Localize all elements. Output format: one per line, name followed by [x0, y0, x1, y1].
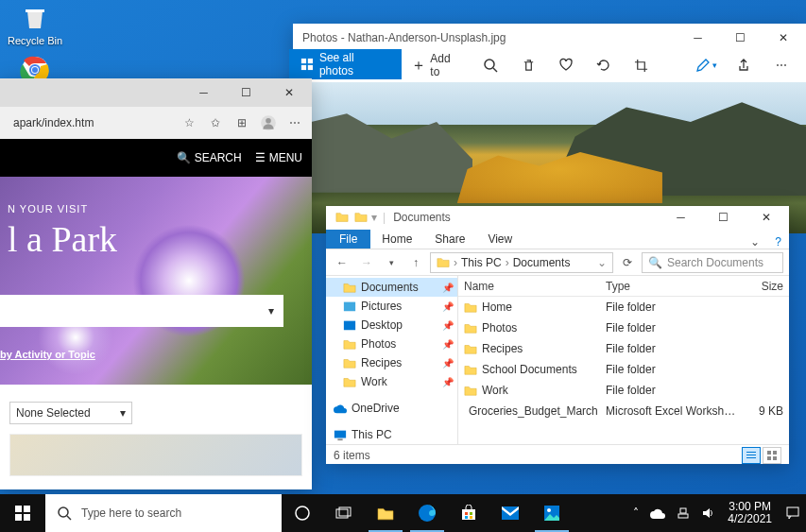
- rotate-button[interactable]: [585, 50, 623, 80]
- refresh-button[interactable]: ⟳: [617, 252, 638, 273]
- col-type[interactable]: Type: [600, 280, 742, 293]
- edge-taskbar-icon[interactable]: [406, 494, 448, 532]
- by-activity-link[interactable]: by Activity or Topic: [0, 349, 95, 360]
- maximize-button[interactable]: ☐: [719, 24, 762, 52]
- tree-item[interactable]: Photos📌: [326, 335, 457, 353]
- svg-line-32: [67, 516, 71, 520]
- grid-icon: [300, 58, 314, 71]
- file-tab[interactable]: File: [326, 230, 370, 249]
- tree-item[interactable]: Desktop📌: [326, 316, 457, 335]
- search-input[interactable]: 🔍 Search Documents: [642, 252, 783, 273]
- favorite-button[interactable]: [547, 50, 585, 80]
- details-view-button[interactable]: [742, 447, 761, 464]
- tray-onedrive-icon[interactable]: [644, 494, 671, 532]
- table-row[interactable]: WorkFile folder: [458, 380, 789, 401]
- col-size[interactable]: Size: [742, 280, 789, 293]
- table-row[interactable]: PhotosFile folder: [458, 317, 789, 338]
- taskbar-clock[interactable]: 3:00 PM 4/2/2021: [720, 501, 780, 525]
- crop-button[interactable]: [622, 50, 660, 80]
- back-button[interactable]: ←: [332, 252, 352, 273]
- action-center-icon[interactable]: [780, 494, 806, 532]
- more-icon[interactable]: ⋯: [285, 113, 304, 132]
- minimize-button[interactable]: ─: [660, 203, 702, 232]
- cortana-button[interactable]: [282, 494, 323, 532]
- minimize-button[interactable]: ─: [182, 78, 225, 107]
- tree-item[interactable]: Documents📌: [326, 278, 457, 297]
- tree-thispc[interactable]: This PC: [326, 425, 457, 444]
- svg-rect-37: [462, 509, 475, 520]
- hero-eyebrow: N YOUR VISIT: [8, 203, 117, 215]
- start-button[interactable]: [0, 494, 45, 532]
- favorites-icon[interactable]: ✩: [206, 113, 225, 132]
- mail-taskbar-icon[interactable]: [489, 494, 531, 532]
- view-tab[interactable]: View: [476, 230, 523, 249]
- chevron-down-icon: ▾: [268, 304, 274, 317]
- ribbon-expand-icon[interactable]: ⌄: [743, 235, 767, 249]
- address-bar[interactable]: apark/index.htm: [8, 116, 172, 129]
- close-button[interactable]: ✕: [745, 203, 787, 232]
- svg-rect-29: [15, 514, 22, 521]
- share-tab[interactable]: Share: [423, 230, 476, 249]
- forward-button[interactable]: →: [356, 252, 377, 273]
- photos-titlebar[interactable]: Photos - Nathan-Anderson-Unsplash.jpg ─ …: [293, 24, 806, 52]
- svg-rect-24: [773, 451, 777, 455]
- tree-item[interactable]: Recipes📌: [326, 353, 457, 372]
- collections-icon[interactable]: ⊞: [232, 113, 251, 132]
- maximize-button[interactable]: ☐: [225, 78, 267, 107]
- svg-rect-40: [465, 516, 468, 519]
- thumbnails-view-button[interactable]: [763, 447, 781, 464]
- tray-network-icon[interactable]: [671, 494, 695, 532]
- dropdown[interactable]: ▾: [0, 295, 283, 327]
- table-row[interactable]: HomeFile folder: [458, 297, 789, 317]
- browser-titlebar[interactable]: ─ ☐ ✕: [0, 78, 312, 107]
- recycle-bin[interactable]: Recycle Bin: [2, 2, 68, 47]
- close-button[interactable]: ✕: [267, 78, 310, 107]
- edit-button[interactable]: ▾: [688, 50, 726, 80]
- minimize-button[interactable]: ─: [677, 24, 719, 52]
- tree-item[interactable]: Pictures📌: [326, 297, 457, 316]
- table-row[interactable]: XGroceries_Budget_MarchMicrosoft Excel W…: [458, 401, 789, 421]
- map-preview[interactable]: [9, 434, 302, 476]
- favorite-star-icon[interactable]: ☆: [180, 113, 198, 132]
- page-menu-button[interactable]: ☰MENU: [255, 151, 302, 164]
- tray-expand-icon[interactable]: ˄: [627, 494, 644, 532]
- folder-icon: [335, 211, 349, 224]
- folder-icon: [437, 256, 450, 269]
- svg-point-12: [266, 118, 271, 124]
- svg-rect-35: [339, 507, 351, 516]
- photos-title: Photos - Nathan-Anderson-Unsplash.jpg: [302, 31, 677, 44]
- taskbar-search[interactable]: Type here to search: [45, 494, 282, 532]
- explorer-taskbar-icon[interactable]: [365, 494, 406, 532]
- see-all-photos-button[interactable]: See all photos: [289, 49, 402, 79]
- task-view-button[interactable]: [323, 494, 365, 532]
- zoom-button[interactable]: [472, 50, 510, 80]
- recent-dropdown[interactable]: ▾: [381, 252, 402, 273]
- maximize-button[interactable]: ☐: [702, 203, 745, 232]
- chevron-down-icon[interactable]: ⌄: [597, 256, 607, 269]
- more-button[interactable]: ⋯: [763, 50, 800, 80]
- add-to-button[interactable]: ＋ Add to: [402, 52, 472, 78]
- chevron-right-icon: ›: [506, 256, 509, 269]
- help-icon[interactable]: ?: [767, 235, 789, 249]
- photos-taskbar-icon[interactable]: [531, 494, 573, 532]
- table-row[interactable]: RecipesFile folder: [458, 338, 789, 359]
- mail-icon: [501, 506, 520, 521]
- share-button[interactable]: [726, 50, 763, 80]
- delete-button[interactable]: [509, 50, 547, 80]
- ellipsis-icon: ⋯: [776, 59, 787, 72]
- profile-icon[interactable]: [259, 113, 278, 132]
- taskview-icon: [335, 506, 352, 520]
- up-button[interactable]: ↑: [405, 252, 426, 273]
- close-button[interactable]: ✕: [762, 24, 804, 52]
- tree-onedrive[interactable]: OneDrive: [326, 399, 457, 418]
- home-tab[interactable]: Home: [370, 230, 423, 249]
- none-selected-dropdown[interactable]: None Selected▾: [9, 402, 132, 424]
- table-row[interactable]: School DocumentsFile folder: [458, 359, 789, 380]
- store-taskbar-icon[interactable]: [448, 494, 489, 532]
- col-name[interactable]: Name: [458, 280, 600, 293]
- tree-item[interactable]: Work📌: [326, 372, 457, 391]
- breadcrumb[interactable]: › This PC › Documents ⌄: [430, 252, 613, 273]
- explorer-titlebar[interactable]: ▾ | Documents ─ ☐ ✕: [326, 206, 789, 229]
- page-search-button[interactable]: 🔍SEARCH: [177, 151, 242, 164]
- tray-volume-icon[interactable]: [695, 494, 720, 532]
